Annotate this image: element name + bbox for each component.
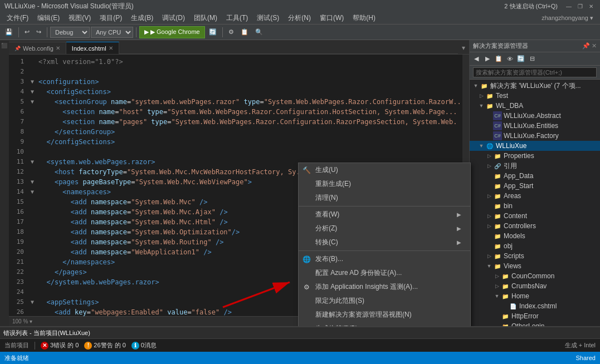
ctx-clean[interactable]: 清理(N) (299, 191, 470, 205)
warning-badge[interactable]: ! 26警告 的 0 (84, 341, 125, 350)
tree-factory[interactable]: C# WLLiuXue.Factory (470, 131, 600, 141)
menu-tools[interactable]: 工具(T) (222, 12, 252, 24)
error-badge[interactable]: ✕ 3错误 的 0 (41, 341, 79, 350)
close-button[interactable]: ✕ (587, 2, 596, 11)
toolbar: 💾 ↩ ↪ Debug Release Any CPU ▶ ▶ Google C… (0, 24, 600, 40)
tree-content[interactable]: ▷ 📁 Content (470, 211, 600, 221)
message-badge[interactable]: ℹ 0消息 (131, 341, 157, 350)
ctx-build[interactable]: 🔨 生成(U) (299, 163, 470, 177)
ctx-build-deps[interactable]: 生成依赖项(B) ▶ (299, 322, 470, 326)
ctx-publish[interactable]: 🌐 发布(B)... (299, 252, 470, 266)
sol-btn-back[interactable]: ◀ (471, 54, 481, 64)
code-line-2: 2 (9, 67, 469, 77)
code-line-3: 3 ▼ <configuration> (9, 77, 469, 87)
solution-search-input[interactable] (473, 67, 597, 77)
tree-abstract[interactable]: C# WLLiuXue.Abstract (470, 111, 600, 121)
tree-areas[interactable]: ▷ 📁 Areas (470, 191, 600, 201)
ctx-view[interactable]: 查看(W) ▶ (299, 208, 470, 222)
tree-controllers[interactable]: ▷ 📁 Controllers (470, 221, 600, 231)
sol-btn-properties[interactable]: 📋 (494, 54, 504, 64)
tab-webconfig[interactable]: 📌 Web.config ✕ (9, 42, 66, 54)
toolbar-undo[interactable]: ↩ (22, 26, 32, 38)
ctx-scope[interactable]: 限定为此范围(S) (299, 294, 470, 308)
toolbar-misc1[interactable]: ⚙ (226, 26, 237, 38)
menubar: 文件(F) 编辑(E) 视图(V) 项目(P) 生成(B) 调试(D) 团队(M… (0, 12, 600, 24)
zoom-label: 100 % ▾ (12, 318, 32, 324)
tab-bar: 📌 Web.config ✕ Index.cshtml ✕ ▾ (9, 40, 469, 55)
menu-help[interactable]: 帮助(H) (348, 12, 380, 24)
titlebar: WLLiuXue - Microsoft Visual Studio(管理员) … (0, 0, 600, 12)
menu-project[interactable]: 项目(P) (95, 12, 126, 24)
run-button[interactable]: ▶ ▶ Google Chrome (139, 26, 205, 38)
toolbar-misc3[interactable]: 🔍 (252, 26, 266, 38)
menu-view[interactable]: 视图(V) (64, 12, 95, 24)
error-list-body: 当前项目 ✕ 3错误 的 0 ! 26警告 的 0 ℹ 0消息 生成 + Int… (0, 339, 600, 352)
restore-button[interactable]: ❐ (575, 2, 584, 11)
menu-file[interactable]: 文件(F) (2, 12, 33, 24)
platform-dropdown[interactable]: Any CPU (91, 27, 133, 38)
tree-home[interactable]: ▼ 📁 Home (470, 291, 600, 301)
tree-councommon[interactable]: ▷ 📁 CounCommon (470, 271, 600, 281)
solution-explorer-panel: 解决方案资源管理器 📌 ✕ ◀ ▶ 📋 👁 🔄 ⊟ (469, 40, 600, 326)
menu-build[interactable]: 生成(B) (126, 12, 158, 24)
tree-bin[interactable]: 📁 bin (470, 201, 600, 211)
toolbar-save[interactable]: 💾 (2, 26, 16, 38)
tree-appstart[interactable]: 📁 App_Start (470, 181, 600, 191)
menu-team[interactable]: 团队(M) (189, 12, 222, 24)
tree-obj[interactable]: 📁 obj (470, 241, 600, 251)
sol-close-btn[interactable]: ✕ (592, 42, 597, 50)
tab-indexcshtml[interactable]: Index.cshtml ✕ (66, 42, 119, 54)
tree-models[interactable]: 📁 Models (470, 231, 600, 241)
tree-index-cshtml[interactable]: 📄 Index.cshtml (470, 301, 600, 311)
status-message: 准备就绪 (4, 354, 29, 362)
ctx-transform[interactable]: 转换(C) ▶ (299, 235, 470, 249)
sol-btn-forward[interactable]: ▶ (482, 54, 492, 64)
tree-appdata[interactable]: 📁 App_Data (470, 171, 600, 181)
ctx-app-insights[interactable]: ⚙ 添加 Application Insights 遥测(A)... (299, 280, 470, 294)
toolbar-refresh[interactable]: 🔄 (206, 26, 219, 38)
toolbar-separator-4 (222, 27, 223, 37)
sol-btn-show-all[interactable]: 👁 (505, 54, 515, 64)
sol-pin-btn[interactable]: 📌 (582, 42, 590, 50)
left-gutter: ⬛ (0, 40, 9, 326)
tree-properties[interactable]: ▷ 📁 Properties (470, 151, 600, 161)
sol-btn-collapse[interactable]: ⊟ (527, 54, 537, 64)
status-shared: Shared (576, 355, 596, 361)
menu-test[interactable]: 测试(S) (252, 12, 284, 24)
ctx-azure-ad[interactable]: 配置 Azure AD 身份验证(A)... (299, 266, 470, 280)
ctx-analyze[interactable]: 分析(Z) ▶ (299, 222, 470, 235)
menu-debug[interactable]: 调试(D) (158, 12, 189, 24)
tab-webconfig-close[interactable]: ✕ (56, 45, 60, 51)
solution-explorer-toolbar: ◀ ▶ 📋 👁 🔄 ⊟ (470, 52, 600, 66)
tree-solution[interactable]: ▼ 📁 解决方案 'WLLiuXue' (7 个项... (470, 81, 600, 91)
code-line-10: 10 (9, 147, 469, 157)
ctx-new-view[interactable]: 新建解决方案资源管理器视图(N) (299, 308, 470, 322)
menu-analyze[interactable]: 分析(N) (284, 12, 315, 24)
tree-crumbsnav[interactable]: ▷ 📁 CrumbsNav (470, 281, 600, 291)
toolbar-misc2[interactable]: 📋 (238, 26, 251, 38)
current-project-label: 当前项目 (4, 341, 29, 350)
tree-scripts[interactable]: ▷ 📁 Scripts (470, 251, 600, 261)
ctx-sep-2 (299, 250, 470, 251)
tab-scroll-btn[interactable]: ▾ (458, 42, 469, 54)
ctx-rebuild[interactable]: 重新生成(E) (299, 177, 470, 191)
tree-references[interactable]: ▷ 🔗 引用 (470, 161, 600, 171)
menu-edit[interactable]: 编辑(E) (33, 12, 64, 24)
toolbar-redo[interactable]: ↪ (33, 26, 44, 38)
error-list-title: 错误列表 - 当前项目(WLLiuXue) (3, 329, 90, 337)
tree-views[interactable]: ▼ 📁 Views (470, 261, 600, 271)
tree-httperror[interactable]: 📁 HttpError (470, 311, 600, 321)
code-line-8: 8 </sectionGroup> (9, 127, 469, 137)
tab-indexcshtml-close[interactable]: ✕ (109, 45, 113, 51)
context-menu: 🔨 生成(U) 重新生成(E) 清理(N) 查看(W) ▶ 分析(Z) ▶ (298, 163, 471, 326)
menu-window[interactable]: 窗口(W) (315, 12, 348, 24)
tree-wlliuxue-proj[interactable]: ▼ 🌐 WLLiuXue (470, 141, 600, 151)
run-label: ▶ Google Chrome (150, 28, 200, 36)
sol-btn-refresh[interactable]: 🔄 (516, 54, 526, 64)
tree-otherlogin[interactable]: 📁 OtherLogin (470, 321, 600, 326)
debug-config-dropdown[interactable]: Debug Release (50, 27, 90, 38)
tree-wl-dba[interactable]: ▼ 📁 WL_DBA (470, 101, 600, 111)
tree-entities[interactable]: C# WLLiuXue.Entities (470, 121, 600, 131)
minimize-button[interactable]: — (564, 2, 573, 11)
tree-test[interactable]: ▷ 📁 Test (470, 91, 600, 101)
